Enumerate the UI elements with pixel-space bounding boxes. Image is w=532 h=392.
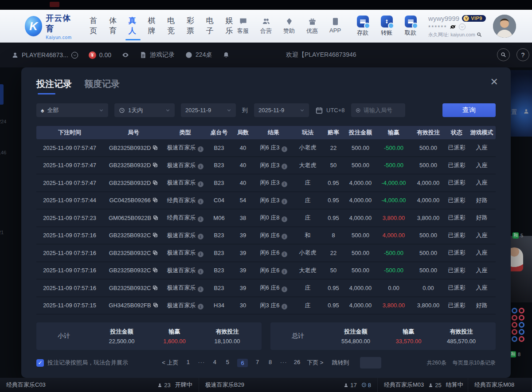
live-table-tile[interactable]: 经典百家乐M03 25 结算中 <box>378 378 468 392</box>
time-range-select[interactable]: 1天内 <box>114 103 175 117</box>
table-row[interactable]: 2025-11-09 07:57:16 GB2325B0932C 极速百家乐i … <box>36 279 496 297</box>
wallet-deposit-button[interactable]: 存款 <box>354 16 372 37</box>
chevron-down-icon[interactable] <box>459 24 466 30</box>
timezone-display[interactable]: UTC+8 <box>315 106 345 114</box>
info-icon[interactable]: i <box>198 164 203 169</box>
copy-icon[interactable] <box>153 162 158 168</box>
date-from-picker[interactable]: 2025-11-9 <box>181 103 236 117</box>
info-icon[interactable]: i <box>282 269 287 274</box>
query-button[interactable]: 查询 <box>442 103 496 117</box>
info-icon[interactable]: i <box>198 304 203 310</box>
page-button-8[interactable]: 8 <box>267 359 274 367</box>
nav-item-slots[interactable]: 电子 <box>206 12 215 40</box>
info-icon[interactable]: i <box>198 269 203 274</box>
close-icon[interactable]: ✕ <box>490 77 498 87</box>
game-type-select[interactable]: ♠ 全部 <box>36 103 108 117</box>
wallet-withdraw-button[interactable]: 取款 <box>402 16 419 37</box>
copy-icon[interactable] <box>153 180 158 185</box>
chevron-down-icon[interactable] <box>71 52 78 59</box>
toggle-balance-visibility[interactable] <box>122 51 129 59</box>
table-row[interactable]: 2025-11-09 07:57:44 GC0425B09266 经典百家乐i … <box>36 192 496 210</box>
copy-icon[interactable] <box>153 215 158 220</box>
copy-icon[interactable] <box>153 250 158 255</box>
notifications-button[interactable] <box>223 51 230 59</box>
info-icon[interactable]: i <box>282 234 287 239</box>
quicklink-partner[interactable]: 合营 <box>257 17 275 35</box>
info-icon[interactable]: i <box>282 216 287 222</box>
nav-item-board[interactable]: 棋牌 <box>148 12 156 40</box>
table-row[interactable]: 2025-11-09 07:57:16 GB2325B0932C 极速百家乐i … <box>36 244 496 262</box>
copy-icon[interactable] <box>153 302 158 308</box>
tab-bet-records[interactable]: 投注记录 <box>36 78 72 94</box>
wallet-transfer-button[interactable]: 转账 <box>378 16 395 37</box>
copy-icon[interactable] <box>153 232 158 238</box>
table-row[interactable]: 2025-11-09 07:57:15 GH3425B092FB 极速百家乐i … <box>36 297 496 315</box>
info-icon[interactable]: i <box>198 286 203 292</box>
game-record-link[interactable]: 游戏记录 <box>140 51 175 59</box>
help-button[interactable]: ? <box>516 48 529 61</box>
copy-icon[interactable] <box>153 285 158 290</box>
page-button-4[interactable]: 4 <box>211 359 218 367</box>
tab-quota-records[interactable]: 额度记录 <box>84 78 120 94</box>
info-icon[interactable]: i <box>198 199 203 204</box>
brand-name: 开云体育 <box>46 13 74 34</box>
info-icon[interactable]: i <box>282 251 287 257</box>
info-icon[interactable]: i <box>282 181 287 187</box>
table-row[interactable]: 2025-11-09 07:57:16 GB2325B0932C 极速百家乐i … <box>36 227 496 245</box>
page-button-26[interactable]: 26 <box>294 359 300 367</box>
copy-icon[interactable] <box>153 197 158 203</box>
copy-icon[interactable] <box>153 145 158 150</box>
kaiyun-logo[interactable]: K 开云体育 Kaiyun.com <box>25 13 74 40</box>
page-button-1[interactable]: 1 <box>185 359 191 367</box>
wallet-label: 存款 <box>357 29 368 37</box>
info-icon[interactable]: i <box>282 304 287 310</box>
date-to-picker[interactable]: 2025-11-9 <box>254 103 309 117</box>
jump-page-input[interactable] <box>360 357 381 368</box>
round-search-input[interactable] <box>364 107 401 114</box>
nav-item-lottery[interactable]: 彩票 <box>187 12 196 40</box>
page-button-6[interactable]: 6 <box>237 359 247 367</box>
table-row[interactable]: 2025-11-09 07:57:47 GB2325B0932D 极速百家乐i … <box>36 157 496 175</box>
table-row[interactable]: 2025-11-09 07:57:47 GB2325B0932D 极速百家乐i … <box>36 139 496 157</box>
merge-checkbox[interactable]: ✓ <box>36 359 44 367</box>
nav-item-esports[interactable]: 电竞 <box>167 12 176 40</box>
quicklink-app[interactable]: APP <box>326 17 344 35</box>
quicklink-promo[interactable]: 优惠 <box>303 17 321 35</box>
info-icon[interactable]: i <box>198 146 203 152</box>
live-table-tile[interactable]: 经典百家乐M08 <box>468 378 532 392</box>
player-menu[interactable]: PLAYER46873... <box>12 51 78 59</box>
info-icon[interactable]: i <box>198 234 203 239</box>
table-row[interactable]: 2025-11-09 07:57:47 GB2325B0932D 极速百家乐i … <box>36 174 496 192</box>
avatar[interactable] <box>493 15 516 38</box>
phone-icon <box>331 17 340 26</box>
info-icon[interactable]: i <box>282 164 287 169</box>
info-icon[interactable]: i <box>198 216 203 222</box>
table-count-link[interactable]: 224桌 <box>185 51 212 59</box>
quicklink-service[interactable]: 客服 <box>234 17 252 35</box>
magnifier-icon[interactable] <box>477 32 482 37</box>
balance-display[interactable]: ¥ 0.00 <box>89 51 111 59</box>
info-icon[interactable]: i <box>282 146 287 152</box>
info-icon[interactable]: i <box>282 286 287 292</box>
table-row[interactable]: 2025-11-09 07:57:16 GB2325B0932C 极速百家乐i … <box>36 262 496 280</box>
prev-page-button[interactable]: < 上页 <box>162 359 178 367</box>
nav-item-live[interactable]: 真人 <box>129 12 137 40</box>
info-icon[interactable]: i <box>198 181 203 187</box>
eye-off-icon[interactable] <box>450 24 456 30</box>
nav-item-home[interactable]: 首页 <box>90 12 98 40</box>
page-button-5[interactable]: 5 <box>224 359 231 367</box>
info-icon[interactable]: i <box>198 251 203 257</box>
live-table-tile[interactable]: 极速百家乐B29 17 8 <box>199 378 378 392</box>
cell-table-no: M06 <box>206 215 232 221</box>
nav-item-sports[interactable]: 体育 <box>109 12 118 40</box>
copy-icon[interactable] <box>153 267 158 273</box>
cell-game-mode: 好路 <box>468 214 496 222</box>
info-icon[interactable]: i <box>282 199 287 204</box>
next-page-button[interactable]: 下页 > <box>307 359 323 367</box>
page-button-7[interactable]: 7 <box>254 359 261 367</box>
quicklink-sponsor[interactable]: 赞助 <box>280 17 298 35</box>
live-table-tile[interactable]: 经典百家乐C03 23 开牌中 <box>0 378 199 392</box>
zoom-search-button[interactable] <box>497 48 510 61</box>
table-row[interactable]: 2025-11-09 07:57:23 GM0625B0922B 经典百家乐i … <box>36 209 496 227</box>
nav-item-fun[interactable]: 娱乐 <box>225 12 234 40</box>
